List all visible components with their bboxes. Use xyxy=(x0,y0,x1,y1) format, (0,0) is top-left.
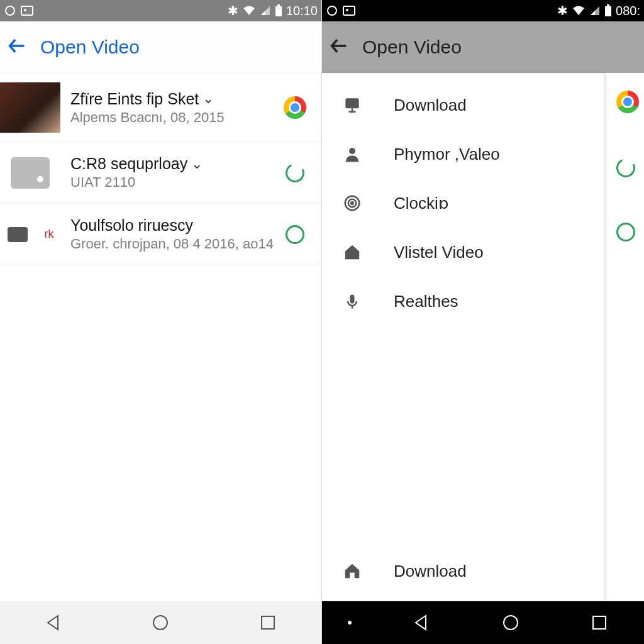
drawer-item-realthes[interactable]: Realthes xyxy=(322,277,604,326)
drawer-item-clockin[interactable]: Clockiɒ xyxy=(322,179,604,228)
status-icon[interactable] xyxy=(277,225,313,244)
drawer-label: Phymor ,Valeo xyxy=(394,145,500,164)
nav-home-button[interactable] xyxy=(142,610,179,635)
phone-left: ✱ 10:10 Open Video Zfïre Eints fip Sket⌄… xyxy=(0,0,322,644)
svg-rect-11 xyxy=(607,4,609,6)
svg-rect-10 xyxy=(605,6,611,16)
bluetooth-icon: ✱ xyxy=(557,3,568,18)
mic-icon xyxy=(338,291,366,311)
svg-rect-1 xyxy=(21,6,33,15)
status-bar: ✱ 080: xyxy=(322,0,644,21)
appbar: Open Video xyxy=(0,21,321,73)
status-time: 10:10 xyxy=(286,4,318,18)
svg-point-9 xyxy=(346,9,348,11)
page-title: Open Video xyxy=(40,36,140,58)
svg-rect-17 xyxy=(350,295,355,304)
list-item[interactable]: Zfïre Eints fip Sket⌄ Alpems Bcacnı, 08,… xyxy=(0,73,321,142)
drawer-label: Download xyxy=(394,562,467,581)
item-subtitle: Alpems Bcacnı, 08, 2015 xyxy=(70,109,277,126)
wifi-icon xyxy=(242,5,256,16)
drawer-label: Vlistel Video xyxy=(394,243,484,262)
svg-point-2 xyxy=(24,9,26,11)
svg-point-5 xyxy=(153,616,167,630)
phone-right: ✱ 080: Open Video Download Phymor ,Valeo xyxy=(322,0,644,644)
battery-icon xyxy=(604,4,612,17)
thumbnail: rk xyxy=(0,216,60,253)
svg-point-13 xyxy=(349,148,355,154)
item-title: Youlfsolo riruescy xyxy=(70,216,193,235)
svg-rect-6 xyxy=(262,616,274,629)
signal-icon xyxy=(260,5,271,16)
svg-point-18 xyxy=(504,616,518,630)
person-icon xyxy=(338,145,366,164)
signal-icon xyxy=(589,5,601,16)
nav-back-button[interactable] xyxy=(402,610,440,635)
home-icon xyxy=(338,243,366,262)
back-button[interactable] xyxy=(328,35,350,59)
status-icon xyxy=(614,156,638,180)
drawer-label: Realthes xyxy=(394,292,458,311)
battery-icon xyxy=(275,4,282,17)
circle-icon xyxy=(4,4,16,17)
circle-icon xyxy=(326,4,338,17)
item-title: Zfïre Eints fip Sket xyxy=(70,90,199,108)
nav-bar xyxy=(322,601,644,644)
item-title: C:R8 sequprloay xyxy=(70,155,187,173)
thumbnail xyxy=(0,82,60,133)
drawer-item-phymor[interactable]: Phymor ,Valeo xyxy=(322,130,604,179)
wifi-icon xyxy=(572,5,586,16)
svg-rect-3 xyxy=(275,6,282,16)
chevron-down-icon[interactable]: ⌄ xyxy=(191,156,203,172)
bluetooth-icon: ✱ xyxy=(228,3,238,18)
nav-recent-button[interactable] xyxy=(249,610,287,635)
back-button[interactable] xyxy=(6,35,28,59)
video-list[interactable]: Zfïre Eints fip Sket⌄ Alpems Bcacnı, 08,… xyxy=(0,73,321,601)
navigation-drawer[interactable]: Download Phymor ,Valeo Clockiɒ Vlistel V… xyxy=(322,73,604,601)
chrome-icon[interactable] xyxy=(277,96,313,119)
nav-bar xyxy=(0,601,321,644)
list-item[interactable]: C:R8 sequprloay⌄ UIAT 2110 xyxy=(0,142,321,204)
svg-point-0 xyxy=(6,6,14,15)
drawer-label: Clockiɒ xyxy=(394,194,449,213)
item-subtitle: Groer. chrojpan, 08 4 2016, ao14 xyxy=(70,236,277,252)
thumbnail xyxy=(0,157,60,189)
status-icon[interactable] xyxy=(277,164,313,182)
nav-recent-button[interactable] xyxy=(580,610,618,635)
drawer-item-download[interactable]: Download xyxy=(322,80,604,130)
nav-dot xyxy=(348,621,352,625)
monitor-icon xyxy=(338,95,366,115)
list-item[interactable]: rk Youlfsolo riruescy Groer. chrojpan, 0… xyxy=(0,204,321,265)
appbar: Open Video xyxy=(322,21,644,73)
picture-icon xyxy=(342,4,356,17)
status-icon xyxy=(616,223,635,242)
target-icon xyxy=(338,194,366,213)
status-bar: ✱ 10:10 xyxy=(0,0,321,21)
svg-point-7 xyxy=(328,6,336,15)
item-subtitle: UIAT 2110 xyxy=(70,174,277,191)
drawer-bottom-download[interactable]: Download xyxy=(322,541,604,601)
chevron-down-icon[interactable]: ⌄ xyxy=(203,91,214,107)
picture-icon xyxy=(20,4,34,17)
svg-rect-4 xyxy=(277,4,280,6)
svg-rect-19 xyxy=(593,616,606,629)
home-filled-icon xyxy=(338,562,366,580)
rk-label: rk xyxy=(45,228,54,241)
nav-back-button[interactable] xyxy=(35,610,72,635)
nav-home-button[interactable] xyxy=(492,610,530,635)
svg-rect-12 xyxy=(345,98,358,108)
chrome-icon xyxy=(616,91,639,113)
status-time: 080: xyxy=(616,4,640,18)
svg-point-16 xyxy=(351,202,353,204)
drawer-item-vlistel[interactable]: Vlistel Video xyxy=(322,228,604,277)
svg-rect-8 xyxy=(343,6,355,15)
page-title: Open Video xyxy=(362,36,462,58)
drawer-label: Download xyxy=(394,96,467,115)
